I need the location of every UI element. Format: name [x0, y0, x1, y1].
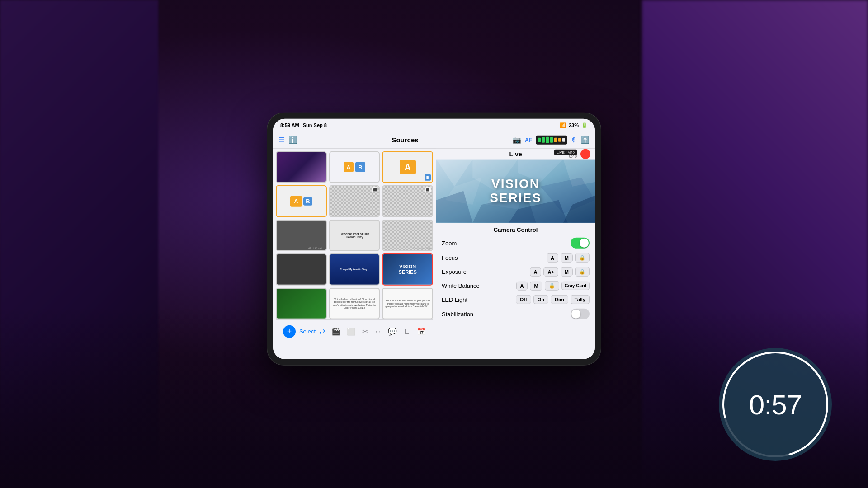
focus-label: Focus: [442, 254, 458, 261]
focus-a-button[interactable]: A: [547, 253, 558, 262]
hamburger-icon[interactable]: ☰: [278, 136, 285, 144]
vision-text-container: VISION SERIES: [436, 160, 595, 223]
scripture1-content: "Voice the Lord, all nations! Glory Him,…: [330, 288, 379, 318]
led-controls: Off On Dim Tally: [516, 295, 590, 304]
level-bar-7: [562, 138, 565, 141]
source-thumb-checker1[interactable]: ⬛: [329, 185, 380, 217]
led-light-label: LED Light: [442, 296, 467, 303]
live-header: Live LIVE / M40 0:40: [436, 149, 595, 160]
community-text: Become Part of Our Community: [332, 232, 377, 239]
wb-lock-button[interactable]: 🔒: [545, 281, 559, 291]
camera-control-title: Camera Control: [442, 226, 590, 233]
thumb-icon-2: ⬛: [425, 187, 431, 192]
badge-b-small: B: [425, 174, 431, 181]
camera-icon[interactable]: 📷: [513, 136, 521, 144]
toolbar-icon-display[interactable]: 🖥: [403, 327, 410, 335]
badge-b-sm: B: [303, 197, 312, 205]
tally-button[interactable]: Tally: [571, 295, 590, 304]
share-icon[interactable]: ⬆️: [581, 136, 590, 144]
exposure-controls: A A+ M 🔒: [530, 267, 590, 277]
focus-lock-button[interactable]: 🔒: [575, 253, 590, 263]
toolbar-icon-arrow[interactable]: ↔: [374, 327, 382, 335]
stabilization-toggle[interactable]: [571, 309, 590, 319]
source-thumb-checker3[interactable]: Come and See: [382, 220, 433, 251]
ab-small-thumb: A B: [277, 186, 326, 216]
exposure-m-button[interactable]: M: [561, 267, 573, 276]
exposure-a-button[interactable]: A: [530, 267, 542, 276]
bottom-toolbar: + Select ⇄ 🎬 ⬜ ✂ ↔ 💬 🖥 📅: [276, 319, 433, 343]
timer-progress: [703, 332, 848, 477]
date-label: Sun Sep 8: [303, 122, 327, 128]
source-thumb-community[interactable]: Become Part of Our Community: [329, 220, 380, 251]
source-thumb-checker2[interactable]: ⬛: [382, 185, 433, 217]
exposure-aplus-button[interactable]: A+: [543, 267, 558, 276]
level-meter: [536, 135, 567, 144]
toolbar-icons: ⇄ 🎬 ⬜ ✂ ↔ 💬 🖥 📅: [319, 327, 426, 336]
dark-thumb: [277, 221, 326, 250]
wb-a-button[interactable]: A: [516, 281, 528, 290]
source-thumb-dark2[interactable]: [276, 253, 327, 285]
source-thumb-ab1[interactable]: A B: [329, 151, 380, 183]
toolbar-icon-export[interactable]: ⬜: [347, 327, 356, 336]
dark-2: [277, 254, 326, 284]
zoom-label: Zoom: [442, 239, 457, 246]
add-button[interactable]: +: [283, 325, 296, 338]
toolbar-icon-calendar[interactable]: 📅: [417, 327, 426, 336]
scripture1-text: "Voice the Lord, all nations! Glory Him,…: [331, 298, 378, 310]
select-button[interactable]: Select: [299, 328, 316, 335]
source-thumb-church[interactable]: [276, 151, 327, 183]
level-bar-4: [550, 137, 553, 142]
live-timer: 0:40: [569, 154, 577, 159]
wb-m-button[interactable]: M: [530, 281, 542, 290]
white-balance-row: White Balance A M 🔒 Gray Card: [442, 281, 590, 291]
mic-icon[interactable]: 🎙: [571, 136, 577, 143]
level-bar-6: [558, 138, 561, 141]
level-bar-5: [554, 137, 557, 142]
focus-m-button[interactable]: M: [561, 253, 573, 262]
church-image: [277, 152, 326, 182]
toolbar-icon-chat[interactable]: 💬: [388, 327, 397, 336]
record-button[interactable]: [580, 149, 590, 159]
camera-control: Camera Control Zoom Focus A M: [436, 223, 595, 359]
battery-label: 23%: [569, 122, 579, 128]
source-thumb-blue[interactable]: Compel My Heart to Sing...: [329, 253, 380, 285]
toolbar-icon-crop[interactable]: ✂: [362, 327, 368, 336]
led-dim-button[interactable]: Dim: [551, 295, 568, 304]
level-bar-3: [546, 136, 549, 143]
ipad-body: 8:59 AM Sun Sep 8 📶 23% 🔋 ☰ ℹ️ Sources 📷…: [267, 113, 601, 366]
scripture2-text: "For I know the plans I have for you, pl…: [384, 299, 431, 308]
source-thumb-ab2[interactable]: A B: [382, 151, 433, 183]
gray-card-button[interactable]: Gray Card: [561, 282, 590, 290]
exposure-row: Exposure A A+ M 🔒: [442, 267, 590, 277]
blue-title: Compel My Heart to Sing...: [330, 254, 379, 284]
source-thumb-scripture2[interactable]: "For I know the plans I have for you, pl…: [382, 287, 433, 319]
source-thumb-ab3[interactable]: A B: [276, 185, 327, 217]
ipad-wrapper: 8:59 AM Sun Sep 8 📶 23% 🔋 ☰ ℹ️ Sources 📷…: [267, 113, 601, 366]
led-off-button[interactable]: Off: [516, 295, 531, 304]
nav-bar: ☰ ℹ️ Sources 📷 AF 🎙 ⬆️: [273, 131, 595, 149]
source-thumb-dark1[interactable]: All of Creati...: [276, 220, 327, 251]
battery-icon: 🔋: [581, 122, 588, 128]
sources-grid: A B A B A: [276, 151, 433, 319]
exposure-lock-button[interactable]: 🔒: [575, 267, 590, 277]
vision-series-thumb-text: VISIONSERIES: [398, 264, 416, 275]
checker-2: [383, 186, 432, 216]
toolbar-icon-switch[interactable]: ⇄: [319, 327, 325, 336]
toolbar-icon-video[interactable]: 🎬: [331, 327, 340, 336]
dark-label: All of Creati...: [308, 247, 325, 249]
blue-title-text: Compel My Heart to Sing...: [340, 268, 368, 271]
stabilization-row: Stabilization: [442, 309, 590, 319]
source-thumb-scripture1[interactable]: "Voice the Lord, all nations! Glory Him,…: [329, 287, 380, 319]
led-on-button[interactable]: On: [533, 295, 548, 304]
vision-preview: VISION SERIES: [436, 160, 595, 223]
status-right: 📶 23% 🔋: [560, 122, 588, 128]
af-button[interactable]: AF: [525, 136, 532, 143]
info-icon[interactable]: ℹ️: [288, 136, 297, 144]
badge-b: B: [355, 162, 365, 172]
source-thumb-green[interactable]: [276, 287, 327, 319]
white-balance-controls: A M 🔒 Gray Card: [516, 281, 590, 291]
status-time: 8:59 AM Sun Sep 8: [280, 122, 327, 128]
zoom-toggle[interactable]: [571, 238, 590, 249]
source-thumb-vision[interactable]: VISIONSERIES: [382, 253, 433, 285]
sources-panel: A B A B A: [273, 149, 436, 359]
